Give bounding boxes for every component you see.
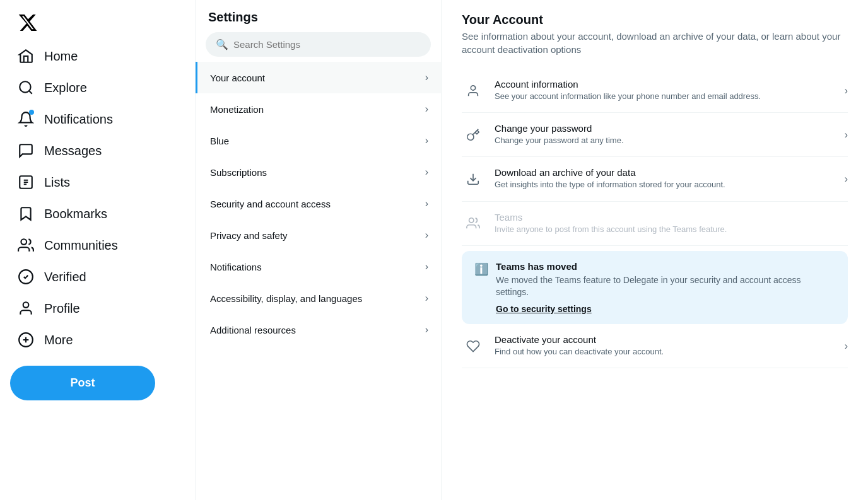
settings-item-label: Blue xyxy=(210,136,229,146)
settings-item-privacy[interactable]: Privacy and safety › xyxy=(196,219,441,251)
nav-item-bookmarks[interactable]: Bookmarks xyxy=(10,198,185,230)
lists-icon xyxy=(18,174,34,190)
nav-item-messages[interactable]: Messages xyxy=(10,135,185,166)
content-title: Your Account xyxy=(462,13,848,27)
item-title-deactivate: Deactivate your account xyxy=(495,334,835,345)
item-title-change-password: Change your password xyxy=(495,123,835,134)
settings-item-label: Accessibility, display, and languages xyxy=(210,293,362,304)
profile-icon xyxy=(18,300,34,317)
nav-label-communities: Communities xyxy=(44,238,118,253)
svg-point-8 xyxy=(469,218,474,223)
settings-panel: Settings 🔍 Your account › Monetization ›… xyxy=(196,0,442,500)
item-chevron: › xyxy=(845,129,848,141)
content-item-account-info[interactable]: Account information See your account inf… xyxy=(462,69,848,113)
item-desc-download-archive: Get insights into the type of informatio… xyxy=(495,179,835,190)
item-desc-teams: Invite anyone to post from this account … xyxy=(495,224,848,235)
settings-item-label: Privacy and safety xyxy=(210,230,288,241)
settings-item-additional[interactable]: Additional resources › xyxy=(196,314,441,346)
item-title-teams: Teams xyxy=(495,212,848,223)
teams-icon xyxy=(462,212,484,235)
chevron-icon: › xyxy=(425,230,428,241)
settings-item-your-account[interactable]: Your account › xyxy=(196,62,441,93)
download-archive-icon xyxy=(462,168,484,190)
svg-point-2 xyxy=(21,239,26,245)
settings-item-label: Additional resources xyxy=(210,325,296,335)
chevron-icon: › xyxy=(425,72,428,83)
teams-moved-banner: ℹ️ Teams has moved We moved the Teams fe… xyxy=(462,251,848,324)
nav-item-explore[interactable]: Explore xyxy=(10,72,185,103)
chevron-icon: › xyxy=(425,135,428,146)
nav-item-profile[interactable]: Profile xyxy=(10,293,185,324)
search-box[interactable]: 🔍 xyxy=(206,32,431,57)
nav-label-explore: Explore xyxy=(44,81,87,95)
item-desc-change-password: Change your password at any time. xyxy=(495,135,835,146)
item-title-account-info: Account information xyxy=(495,79,835,90)
bookmarks-icon xyxy=(18,206,34,222)
twitter-logo[interactable] xyxy=(10,5,185,38)
content-subtitle: See information about your account, down… xyxy=(462,30,848,56)
nav-item-lists[interactable]: Lists xyxy=(10,166,185,198)
banner-title: Teams has moved xyxy=(496,261,835,272)
settings-title: Settings xyxy=(196,0,441,32)
nav-item-notifications[interactable]: Notifications xyxy=(10,103,185,135)
settings-item-blue[interactable]: Blue › xyxy=(196,125,441,156)
nav-label-verified: Verified xyxy=(44,270,86,284)
nav-item-home[interactable]: Home xyxy=(10,40,185,72)
settings-item-accessibility[interactable]: Accessibility, display, and languages › xyxy=(196,282,441,314)
messages-icon xyxy=(18,142,34,159)
content-panel: Your Account See information about your … xyxy=(442,0,868,500)
nav-label-lists: Lists xyxy=(44,175,70,190)
item-chevron: › xyxy=(845,85,848,96)
item-title-download-archive: Download an archive of your data xyxy=(495,167,835,178)
nav-label-more: More xyxy=(44,333,73,347)
chevron-icon: › xyxy=(425,324,428,335)
item-chevron: › xyxy=(845,173,848,185)
banner-desc: We moved the Teams feature to Delegate i… xyxy=(496,274,835,299)
svg-point-4 xyxy=(23,302,29,308)
verified-icon xyxy=(18,269,34,285)
search-icon: 🔍 xyxy=(216,38,228,50)
chevron-icon: › xyxy=(425,261,428,272)
nav-label-home: Home xyxy=(44,49,78,64)
deactivate-icon xyxy=(462,335,484,358)
content-item-deactivate[interactable]: Deactivate your account Find out how you… xyxy=(462,324,848,368)
settings-item-label: Your account xyxy=(210,73,265,83)
security-settings-link[interactable]: Go to security settings xyxy=(496,304,835,314)
nav-label-bookmarks: Bookmarks xyxy=(44,207,107,221)
settings-item-security[interactable]: Security and account access › xyxy=(196,188,441,219)
item-desc-deactivate: Find out how you can deactivate your acc… xyxy=(495,346,835,358)
settings-item-label: Notifications xyxy=(210,262,262,272)
search-input[interactable] xyxy=(233,39,421,50)
svg-point-6 xyxy=(471,85,475,90)
account-info-icon xyxy=(462,79,484,102)
chevron-icon: › xyxy=(425,103,428,115)
communities-icon xyxy=(18,237,34,253)
more-icon xyxy=(18,332,34,348)
explore-icon xyxy=(18,79,34,96)
settings-item-subscriptions[interactable]: Subscriptions › xyxy=(196,156,441,188)
chevron-icon: › xyxy=(425,293,428,304)
item-chevron: › xyxy=(845,340,848,352)
nav-label-profile: Profile xyxy=(44,301,80,316)
settings-item-label: Security and account access xyxy=(210,199,331,209)
sidebar: Home Explore Notifications Messages List… xyxy=(0,0,196,500)
nav-item-communities[interactable]: Communities xyxy=(10,230,185,261)
content-item-change-password[interactable]: Change your password Change your passwor… xyxy=(462,113,848,157)
post-button[interactable]: Post xyxy=(10,366,155,400)
nav-item-verified[interactable]: Verified xyxy=(10,261,185,293)
nav-label-messages: Messages xyxy=(44,144,102,158)
settings-item-monetization[interactable]: Monetization › xyxy=(196,93,441,125)
content-item-teams: Teams Invite anyone to post from this ac… xyxy=(462,202,848,246)
settings-item-notifications[interactable]: Notifications › xyxy=(196,251,441,282)
home-icon xyxy=(18,48,34,64)
chevron-icon: › xyxy=(425,166,428,178)
nav-label-notifications: Notifications xyxy=(44,112,113,127)
svg-point-0 xyxy=(20,81,30,92)
notification-dot xyxy=(29,110,34,115)
item-desc-account-info: See your account information like your p… xyxy=(495,91,835,102)
content-item-download-archive[interactable]: Download an archive of your data Get ins… xyxy=(462,157,848,201)
info-icon: ℹ️ xyxy=(474,262,488,276)
chevron-icon: › xyxy=(425,198,428,209)
nav-item-more[interactable]: More xyxy=(10,324,185,356)
settings-item-label: Monetization xyxy=(210,104,264,115)
